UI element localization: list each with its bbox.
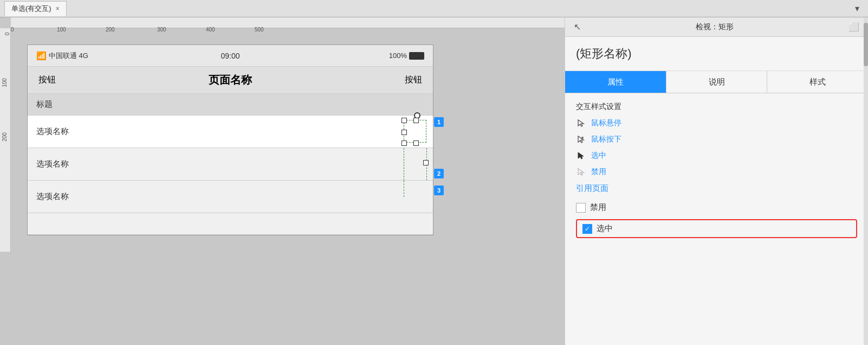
canvas-with-rulers: 0 100 200 300 400 500 0 100 200: [0, 17, 565, 252]
ref-page-link[interactable]: 引用页面: [576, 183, 857, 194]
ruler-left-100: 100: [2, 78, 8, 87]
disabled-checkbox[interactable]: [576, 203, 586, 213]
dashed-left-2: [404, 148, 404, 180]
shape-name: (矩形名称): [565, 37, 868, 71]
tab-description[interactable]: 说明: [666, 71, 768, 93]
dashed-left-3: [404, 181, 404, 197]
tab-dropdown-icon[interactable]: ▾: [851, 2, 864, 15]
hover-link[interactable]: 鼠标悬停: [591, 118, 621, 128]
shape-name-label: (矩形名称): [576, 47, 632, 60]
handle-label-1: 1: [434, 117, 444, 127]
dashed-outline: [404, 120, 426, 143]
scrollbar[interactable]: [864, 17, 868, 345]
canvas-body: 0 100 200 📶 中国联通 4G 09:00 100%: [0, 28, 565, 252]
phone-canvas: 📶 中国联通 4G 09:00 100% 按钮 页面名称 按钮: [27, 44, 433, 235]
battery-pct: 100%: [389, 52, 407, 60]
tab-style[interactable]: 样式: [767, 71, 868, 93]
handle-3-container: 3: [401, 181, 434, 197]
handle-tl[interactable]: [401, 118, 407, 123]
selected-checkbox[interactable]: [582, 224, 592, 234]
selected-link[interactable]: 选中: [591, 151, 606, 161]
disabled-checkbox-row: 禁用: [576, 202, 857, 213]
mousedown-link[interactable]: 鼠标按下: [591, 135, 621, 144]
tab-properties[interactable]: 属性: [565, 71, 666, 93]
list-item-2[interactable]: 选项名称 3: [28, 181, 433, 213]
hover-icon: [576, 119, 587, 127]
list-section-header: 标题: [28, 94, 433, 116]
tab-item[interactable]: 单选(有交互) ×: [4, 1, 67, 16]
handle-tm[interactable]: [413, 118, 419, 123]
list-item-label-2: 选项名称: [36, 191, 69, 202]
ruler-left-200: 200: [2, 132, 8, 142]
panel-tabs: 属性 说明 样式: [565, 71, 868, 93]
ruler-left-0: 0: [5, 33, 11, 36]
svg-point-2: [581, 137, 584, 139]
tab-label: 单选(有交互): [11, 4, 51, 14]
disabled-link[interactable]: 禁用: [591, 167, 606, 177]
main-area: 0 100 200 300 400 500 0 100 200: [0, 17, 868, 345]
ruler-left: 0 100 200: [0, 28, 11, 252]
disabled-icon: [576, 168, 587, 176]
panel-header: ↖ 检视：矩形 ⬜: [565, 17, 868, 37]
status-bar: 📶 中国联通 4G 09:00 100%: [28, 45, 433, 67]
handle-label-2: 2: [434, 169, 444, 178]
ruler-top: 0 100 200 300 400 500: [11, 17, 565, 28]
battery-icon: [409, 52, 424, 60]
new-file-icon[interactable]: ⬜: [848, 22, 859, 32]
carrier-label: 中国联通 4G: [49, 51, 88, 61]
interaction-disabled: 禁用: [576, 167, 857, 177]
scrollbar-thumb[interactable]: [864, 23, 868, 66]
handle-bl[interactable]: [401, 140, 407, 146]
handle-ml[interactable]: [401, 130, 407, 135]
cursor-icon: ↖: [574, 22, 581, 32]
nav-left-btn[interactable]: 按钮: [38, 74, 56, 86]
list-item-label-1: 选项名称: [36, 159, 69, 169]
panel-title: 检视：矩形: [581, 22, 848, 32]
section-title: 交互样式设置: [576, 102, 857, 112]
svg-marker-4: [578, 169, 584, 175]
dashed-right-2: [426, 148, 427, 180]
nav-bar: 按钮 页面名称 按钮: [28, 67, 433, 94]
tab-bar: 单选(有交互) × ▾: [0, 0, 868, 17]
section-header-label: 标题: [36, 99, 53, 110]
close-icon[interactable]: ×: [56, 5, 60, 12]
selected-checkbox-row: 选中: [576, 219, 857, 238]
time-label: 09:00: [221, 52, 239, 60]
list-item-0[interactable]: 选项名称: [28, 116, 433, 148]
interaction-selected: 选中: [576, 151, 857, 161]
list-item-empty: [28, 213, 433, 235]
handle-label-3: 3: [434, 186, 444, 195]
selection-handles-2: 2: [401, 148, 434, 180]
disabled-checkbox-label: 禁用: [590, 202, 606, 213]
handle-bm[interactable]: [413, 140, 419, 146]
nav-title: 页面名称: [209, 73, 252, 87]
interaction-mousedown: 鼠标按下: [576, 135, 857, 144]
interaction-hover: 鼠标悬停: [576, 118, 857, 128]
selected-checkbox-label: 选中: [597, 223, 613, 234]
signal-icon: 📶: [36, 51, 47, 61]
svg-marker-3: [578, 152, 584, 159]
canvas-viewport: 📶 中国联通 4G 09:00 100% 按钮 页面名称 按钮: [11, 28, 450, 252]
selection-handles-1: 1: [401, 116, 434, 148]
selected-icon: [576, 151, 587, 160]
list-item-label-0: 选项名称: [36, 126, 69, 137]
handle-mr[interactable]: [423, 160, 429, 165]
canvas-area: 0 100 200 300 400 500 0 100 200: [0, 17, 565, 345]
svg-marker-0: [578, 120, 584, 126]
panel-content: 交互样式设置 鼠标悬停 鼠标按下 选中: [565, 93, 868, 345]
list-item-1[interactable]: 选项名称 2: [28, 148, 433, 181]
mousedown-icon: [576, 135, 587, 144]
nav-right-btn[interactable]: 按钮: [405, 74, 422, 86]
right-panel: ↖ 检视：矩形 ⬜ (矩形名称) 属性 说明 样式 交互样式设置: [565, 17, 868, 345]
